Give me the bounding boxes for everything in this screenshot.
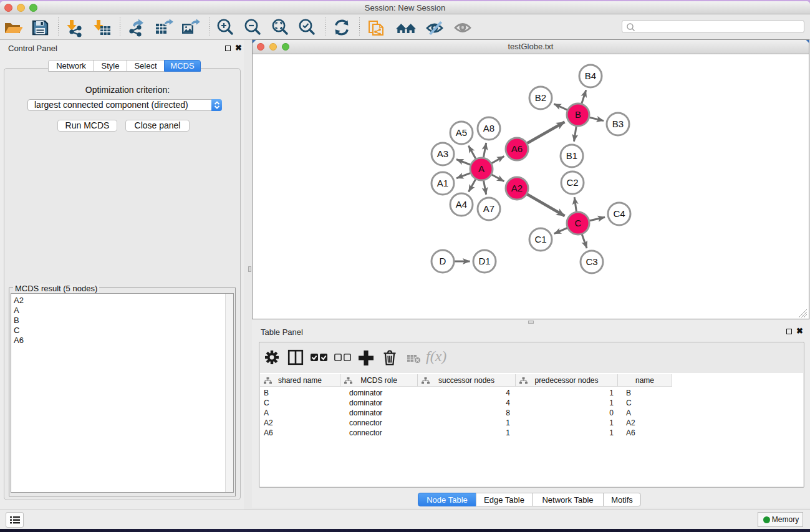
svg-text:A2: A2: [511, 183, 523, 193]
svg-text:C1: C1: [534, 234, 546, 244]
svg-text:D: D: [440, 256, 446, 266]
svg-text:B1: B1: [566, 150, 577, 161]
svg-text:B3: B3: [612, 118, 624, 129]
svg-text:A3: A3: [437, 148, 448, 159]
svg-text:D1: D1: [478, 256, 490, 266]
svg-text:B: B: [575, 109, 581, 120]
svg-text:A6: A6: [511, 143, 523, 154]
svg-text:B4: B4: [585, 70, 596, 81]
svg-text:A1: A1: [437, 178, 448, 188]
svg-text:C2: C2: [566, 177, 578, 188]
svg-text:A: A: [478, 163, 485, 174]
svg-text:A7: A7: [483, 203, 494, 214]
svg-text:A5: A5: [456, 127, 467, 138]
svg-text:C3: C3: [586, 256, 597, 267]
svg-text:C4: C4: [613, 208, 625, 219]
svg-text:B2: B2: [535, 92, 546, 103]
svg-text:A8: A8: [483, 123, 494, 133]
svg-text:A4: A4: [456, 199, 467, 210]
svg-text:C: C: [575, 218, 582, 228]
